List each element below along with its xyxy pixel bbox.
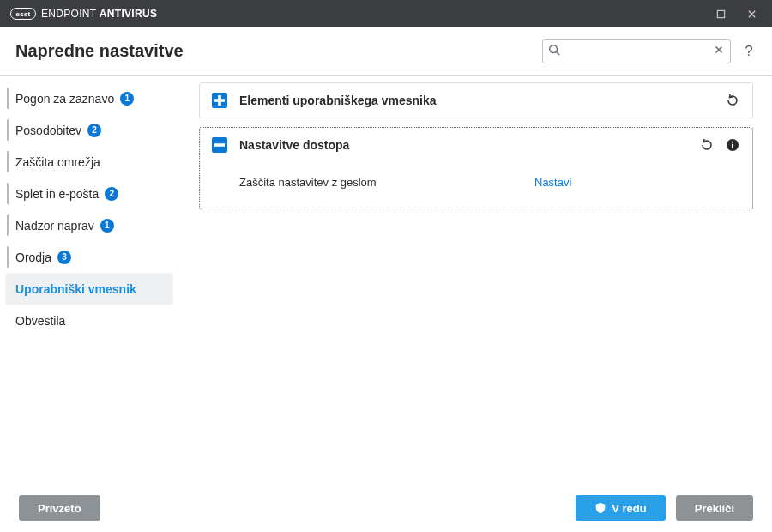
sidebar-item-label: Orodja	[15, 251, 51, 264]
search-box[interactable]	[542, 39, 731, 63]
sidebar-item-web-email[interactable]: Splet in e-pošta 2	[0, 178, 178, 209]
sidebar-item-device-control[interactable]: Nadzor naprav 1	[0, 209, 178, 241]
sidebar-item-detection-engine[interactable]: Pogon za zaznavo 1	[0, 82, 178, 114]
sidebar-bar	[7, 246, 9, 268]
revert-icon	[700, 138, 714, 152]
body: Pogon za zaznavo 1 Posodobitev 2 Zaščita…	[0, 76, 772, 484]
sidebar-badge: 2	[87, 124, 101, 137]
sidebar-bar	[7, 215, 9, 236]
sidebar-badge: 3	[57, 251, 71, 264]
sidebar-item-label: Pogon za zaznavo	[15, 92, 114, 106]
page-title: Napredne nastavitve	[15, 41, 184, 61]
app-title: ENDPOINT ANTIVIRUS	[41, 8, 157, 20]
eset-logo: eset	[10, 8, 36, 20]
panel-access-settings-header[interactable]: Nastavitve dostopa	[200, 128, 752, 162]
footer: Privzeto V redu Prekliči	[0, 484, 772, 532]
cancel-button[interactable]: Prekliči	[676, 495, 753, 521]
sidebar-item-notifications[interactable]: Obvestila	[0, 305, 178, 336]
maximize-button[interactable]	[707, 2, 734, 26]
ok-button[interactable]: V redu	[576, 495, 665, 521]
sidebar-item-network-protection[interactable]: Zaščita omrežja	[0, 146, 178, 178]
panel-access-body: Zaščita nastavitev z geslom Nastavi	[200, 162, 752, 209]
brand: eset ENDPOINT ANTIVIRUS	[10, 8, 157, 20]
sidebar-badge: 1	[100, 219, 114, 233]
sidebar-item-user-interface[interactable]: Uporabniški vmesnik	[5, 273, 173, 305]
maximize-icon	[716, 9, 726, 19]
sidebar: Pogon za zaznavo 1 Posodobitev 2 Zaščita…	[0, 76, 178, 484]
help-button[interactable]: ?	[741, 43, 757, 60]
info-icon	[726, 138, 739, 152]
info-button[interactable]	[725, 137, 740, 153]
sidebar-item-update[interactable]: Posodobitev 2	[0, 114, 178, 146]
panel-access-settings: Nastavitve dostopa Zaščita nastavitev z …	[199, 127, 753, 209]
sidebar-item-label: Zaščita omrežja	[15, 155, 100, 169]
close-icon	[747, 9, 757, 19]
svg-rect-0	[717, 10, 724, 17]
panel-title: Elementi uporabniškega vmesnika	[239, 94, 437, 107]
window-controls	[707, 2, 765, 26]
sidebar-bar	[7, 119, 9, 141]
sidebar-bar	[7, 183, 9, 204]
svg-rect-4	[732, 144, 733, 148]
revert-button[interactable]	[699, 137, 715, 153]
sidebar-item-label: Obvestila	[15, 314, 65, 328]
set-password-link[interactable]: Nastavi	[534, 176, 740, 189]
revert-button[interactable]	[725, 93, 740, 108]
sidebar-item-label: Splet in e-pošta	[15, 187, 99, 201]
search-input[interactable]	[560, 45, 713, 57]
ok-label: V redu	[612, 502, 646, 515]
sidebar-item-tools[interactable]: Orodja 3	[0, 241, 178, 273]
collapse-icon	[212, 137, 227, 153]
shield-icon	[594, 502, 606, 514]
svg-point-1	[550, 45, 558, 52]
sidebar-item-label: Nadzor naprav	[15, 219, 94, 233]
panel-ui-elements: Elementi uporabniškega vmesnika	[199, 82, 753, 118]
panel-ui-elements-header[interactable]: Elementi uporabniškega vmesnika	[200, 83, 752, 118]
close-button[interactable]	[738, 2, 765, 26]
sidebar-bar	[7, 88, 9, 109]
revert-icon	[726, 94, 739, 107]
sidebar-badge: 1	[120, 92, 134, 106]
svg-point-3	[732, 141, 733, 142]
header: Napredne nastavitve ?	[0, 27, 772, 76]
row-password-protect: Zaščita nastavitev z geslom Nastavi	[200, 169, 752, 195]
expand-icon	[212, 93, 227, 108]
row-label: Zaščita nastavitev z geslom	[239, 176, 377, 189]
clear-icon[interactable]	[713, 44, 725, 59]
sidebar-item-label: Uporabniški vmesnik	[15, 282, 136, 296]
titlebar: eset ENDPOINT ANTIVIRUS	[0, 0, 772, 27]
sidebar-bar	[7, 151, 9, 172]
main-content: Elementi uporabniškega vmesnika Nastavit…	[178, 76, 772, 484]
search-icon	[548, 44, 560, 59]
sidebar-badge: 2	[105, 187, 118, 201]
panel-title: Nastavitve dostopa	[239, 138, 349, 152]
default-button[interactable]: Privzeto	[19, 495, 100, 521]
sidebar-item-label: Posodobitev	[15, 124, 81, 137]
